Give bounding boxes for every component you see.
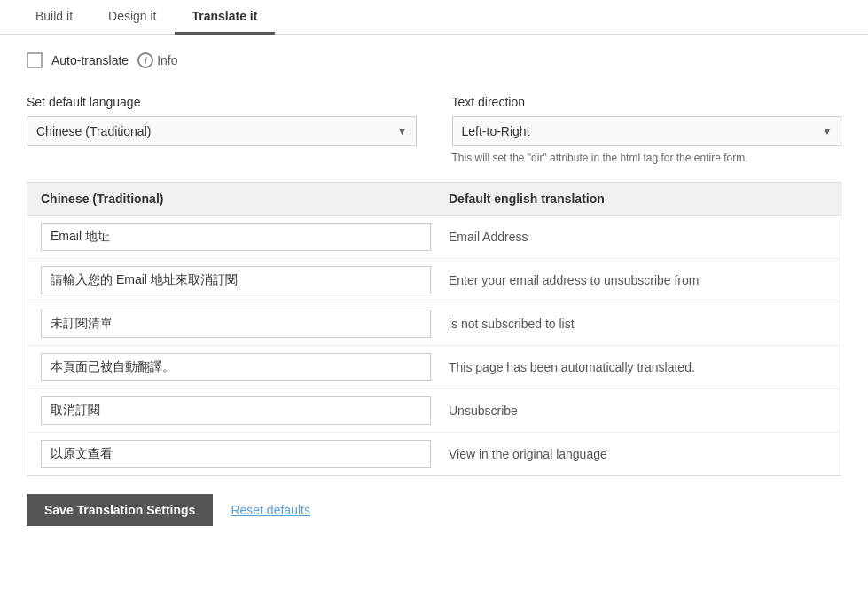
text-direction-select[interactable]: Left-to-Right Right-to-Left <box>452 116 842 146</box>
translation-input-5[interactable] <box>41 440 431 468</box>
main-content: Auto-translate i Info Set default langua… <box>0 35 868 544</box>
translation-input-2[interactable] <box>41 310 431 338</box>
translation-english-1: Enter your email address to unsubscribe … <box>449 273 827 287</box>
tab-design-it[interactable]: Design it <box>90 0 174 35</box>
table-header: Chinese (Traditional) Default english tr… <box>27 183 841 216</box>
auto-translate-checkbox[interactable] <box>27 52 43 68</box>
auto-translate-label: Auto-translate <box>51 53 129 67</box>
table-row: Enter your email address to unsubscribe … <box>27 259 841 302</box>
table-row: This page has been automatically transla… <box>27 346 841 389</box>
info-button[interactable]: i Info <box>137 52 177 68</box>
tab-build-it[interactable]: Build it <box>18 0 90 35</box>
table-row: Unsubscribe <box>27 389 841 433</box>
translation-english-4: Unsubscribe <box>449 404 827 418</box>
translation-input-3[interactable] <box>41 353 431 381</box>
table-row: is not subscribed to list <box>27 302 841 346</box>
translation-table: Chinese (Traditional) Default english tr… <box>27 182 841 476</box>
auto-translate-row: Auto-translate i Info <box>27 52 841 68</box>
tab-bar: Build it Design it Translate it <box>0 0 868 35</box>
info-icon: i <box>137 52 153 68</box>
text-direction-note: This will set the "dir" attribute in the… <box>452 152 842 164</box>
reset-button[interactable]: Reset defaults <box>231 503 310 517</box>
translation-english-5: View in the original language <box>449 447 827 461</box>
col-english-header: Default english translation <box>449 192 827 206</box>
col-chinese-header: Chinese (Traditional) <box>41 192 449 206</box>
default-language-label: Set default language <box>27 95 417 109</box>
text-direction-label: Text direction <box>452 95 842 109</box>
button-row: Save Translation Settings Reset defaults <box>27 494 841 526</box>
text-direction-select-wrapper: Left-to-Right Right-to-Left ▼ <box>452 116 842 146</box>
save-button[interactable]: Save Translation Settings <box>27 494 213 526</box>
translation-input-0[interactable] <box>41 223 431 251</box>
tab-translate-it[interactable]: Translate it <box>175 0 276 35</box>
text-direction-col: Text direction Left-to-Right Right-to-Le… <box>452 95 842 164</box>
table-row: View in the original language <box>27 433 841 475</box>
translation-input-1[interactable] <box>41 266 431 294</box>
settings-row: Set default language Chinese (Traditiona… <box>27 95 841 164</box>
default-language-select-wrapper: Chinese (Traditional) English Spanish Fr… <box>27 116 417 146</box>
translation-input-4[interactable] <box>41 396 431 425</box>
table-row: Email Address <box>27 216 841 259</box>
translation-english-0: Email Address <box>449 230 827 244</box>
default-language-col: Set default language Chinese (Traditiona… <box>27 95 417 164</box>
info-label: Info <box>157 53 177 67</box>
translation-english-2: is not subscribed to list <box>449 317 827 331</box>
translation-english-3: This page has been automatically transla… <box>449 360 827 374</box>
default-language-select[interactable]: Chinese (Traditional) English Spanish Fr… <box>27 116 417 146</box>
